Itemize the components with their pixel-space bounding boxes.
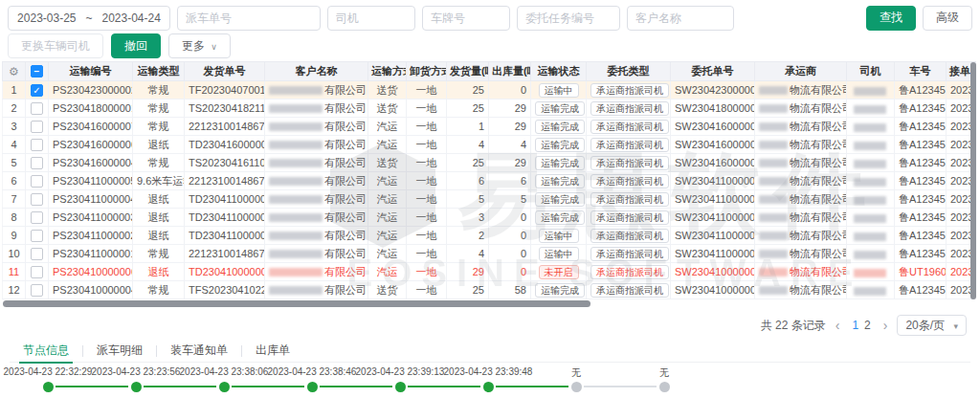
change-vehicle-driver-button[interactable]: 更换车辆司机 <box>8 33 103 58</box>
customer-name: 有限公司 <box>265 100 368 118</box>
transport-no: PS230416000007 <box>49 118 133 136</box>
action-bar: 更换车辆司机 撤回 更多 ∨ <box>0 31 980 61</box>
unload-method: 一地 <box>407 190 447 209</box>
transport-status: 运输完成 <box>531 172 587 190</box>
next-page-button[interactable]: › <box>883 318 888 333</box>
transport-method: 汽运 <box>368 118 407 136</box>
status-badge: 运输中 <box>539 83 579 98</box>
consign-no: SW230416000006 <box>671 154 755 172</box>
row-checkbox[interactable] <box>31 139 43 151</box>
row-checkbox[interactable] <box>31 248 43 260</box>
row-checkbox-cell: ✓ <box>26 81 49 100</box>
row-checkbox[interactable] <box>31 102 43 115</box>
status-badge: 运输完成 <box>535 156 585 170</box>
consign-type-badge: 承运商指派司机 <box>590 265 669 279</box>
plate-no: 鲁UT1960 <box>895 263 947 281</box>
dispatch-no-input[interactable] <box>177 6 321 31</box>
vertical-scrollbar[interactable] <box>970 62 976 299</box>
tab-2[interactable]: 派车明细 <box>83 340 156 363</box>
carrier: 物流有限公司 <box>755 100 847 118</box>
carrier-redacted <box>759 213 788 222</box>
table-row[interactable]: 2PS230418000001常规TS202304182114有限公司送货一地2… <box>3 100 977 118</box>
table-row[interactable]: 8PS230411000003退纸TD230411000008有限公司汽运一地3… <box>3 209 977 227</box>
table-row[interactable]: 6PS2304110000059.6米车运输22123100148676有限公司… <box>3 172 977 190</box>
table-row[interactable]: 9PS230411000002退纸TD230411000007有限公司汽运一地2… <box>3 227 977 245</box>
row-checkbox[interactable] <box>31 193 43 206</box>
consign-no: SW230411000004 <box>671 190 755 209</box>
table-row[interactable]: 3PS230416000007常规22123100148673有限公司汽运一地1… <box>3 118 977 136</box>
tab-3[interactable]: 装车通知单 <box>157 340 241 363</box>
plate-no: 鲁A12345 <box>895 118 947 136</box>
driver <box>847 245 895 263</box>
column-header-driver: 司机 <box>847 62 895 81</box>
table-row[interactable]: 11PS230410000006退纸TD230410000009有限公司汽运一地… <box>3 263 977 281</box>
table-row[interactable]: 4PS230416000006退纸TD230416000002有限公司汽运一地4… <box>3 136 977 154</box>
plate-no: 鲁A12345 <box>895 100 947 118</box>
customer-name-input[interactable] <box>627 6 734 31</box>
recall-button[interactable]: 撤回 <box>111 33 161 58</box>
table-row[interactable]: 5PS230416000004常规TS202304161109有限公司送货一地2… <box>3 154 977 172</box>
column-settings-icon[interactable]: ⚙ <box>9 65 19 78</box>
consign-type: 承运商指派司机 <box>587 209 671 227</box>
consign-type: 承运商指派司机 <box>587 136 671 154</box>
page-size-select[interactable]: 20条/页 ▾ <box>897 315 967 336</box>
transport-status: 运输完成 <box>531 136 587 154</box>
table-row[interactable]: 10PS230411000001常规22123100148677有限公司汽运一地… <box>3 245 977 263</box>
row-checkbox[interactable] <box>31 211 43 224</box>
row-checkbox[interactable] <box>31 157 43 169</box>
select-all-checkbox[interactable]: − <box>31 65 43 77</box>
column-header-transport_type: 运输类型 <box>133 62 185 81</box>
row-checkbox-cell <box>26 263 49 281</box>
plate-input[interactable] <box>422 6 510 31</box>
task-no-input[interactable] <box>517 6 620 31</box>
more-dropdown-button[interactable]: 更多 ∨ <box>168 33 231 58</box>
transport-table: ⚙−运输编号运输类型发货单号客户名称运输方式卸货方式发货量(吨)出库量(吨)运输… <box>2 61 976 299</box>
row-checkbox[interactable]: ✓ <box>31 84 43 97</box>
row-checkbox[interactable] <box>31 284 43 297</box>
prev-page-button[interactable]: ‹ <box>835 318 840 333</box>
page-number-2[interactable]: 2 <box>861 319 874 332</box>
transport-method: 送货 <box>368 154 407 172</box>
driver <box>847 100 895 118</box>
consign-type-badge: 承运商指派司机 <box>590 120 669 134</box>
horizontal-scrollbar[interactable] <box>3 300 590 307</box>
transport-no: PS230411000001 <box>49 245 133 263</box>
ship-qty: 29 <box>447 263 489 281</box>
ship-qty: 25 <box>447 281 489 299</box>
table-row[interactable]: 1✓PS230423000002常规TF20230407001有限公司送货一地2… <box>3 81 977 100</box>
carrier: 物流有限公司 <box>755 136 847 154</box>
carrier: 物流有限公司 <box>755 227 847 245</box>
ship-no: TD230411000007 <box>185 227 265 245</box>
table-row[interactable]: 7PS230411000004退纸TD230411000009有限公司汽运一地5… <box>3 190 977 209</box>
search-button[interactable]: 查找 <box>866 6 916 31</box>
row-checkbox[interactable] <box>31 121 43 133</box>
out-qty: 0 <box>489 81 531 100</box>
consign-type: 承运商指派司机 <box>587 245 671 263</box>
table-row[interactable]: 12PS230410000004常规TFS202304102203有限公司送货一… <box>3 281 977 299</box>
tab-1[interactable]: 节点信息 <box>10 340 82 363</box>
driver-input[interactable] <box>327 6 415 31</box>
status-badge: 运输完成 <box>535 283 585 298</box>
status-badge: 运输完成 <box>535 120 585 134</box>
row-checkbox-cell <box>26 118 49 136</box>
ship-no: TD230416000002 <box>185 136 265 154</box>
date-range-input[interactable] <box>8 6 170 31</box>
out-qty: 29 <box>489 118 531 136</box>
customer-name: 有限公司 <box>265 136 368 154</box>
carrier: 物流有限公司 <box>755 190 847 209</box>
transport-status: 运输中 <box>531 81 587 100</box>
consign-type-badge: 承运商指派司机 <box>590 283 669 298</box>
transport-status: 运输完成 <box>531 190 587 209</box>
advanced-button[interactable]: 高级 <box>923 6 972 31</box>
timeline-node-dot-icon <box>219 382 230 392</box>
row-checkbox[interactable] <box>31 230 43 242</box>
page-number-1[interactable]: 1 <box>849 319 861 332</box>
row-checkbox[interactable] <box>31 266 43 278</box>
driver <box>847 281 895 299</box>
carrier-redacted <box>759 250 788 258</box>
transport-no: PS230423000002 <box>49 81 133 100</box>
row-checkbox[interactable] <box>31 175 43 188</box>
consign-type-badge: 承运商指派司机 <box>590 156 669 170</box>
plate-no: 鲁A12345 <box>895 81 947 100</box>
tab-4[interactable]: 出库单 <box>242 340 303 363</box>
